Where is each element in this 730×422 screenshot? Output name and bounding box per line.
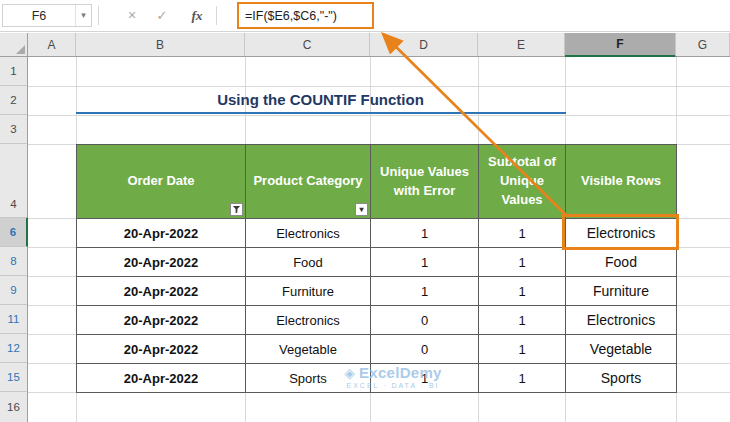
- cell-c11[interactable]: Electronics: [246, 306, 371, 335]
- row-header-16[interactable]: 16: [0, 392, 27, 422]
- table-header-unique-values[interactable]: Unique Values with Error: [371, 145, 479, 219]
- name-box-value: F6: [3, 9, 75, 23]
- name-box-dropdown-icon[interactable]: ▾: [75, 5, 91, 26]
- column-header-d[interactable]: D: [370, 33, 478, 56]
- cancel-icon[interactable]: ×: [119, 4, 145, 27]
- table-header-subtotal[interactable]: Subtotal of Unique Values: [479, 145, 566, 219]
- cell-e11[interactable]: 1: [479, 306, 566, 335]
- cell-f6[interactable]: Electronics: [566, 219, 677, 248]
- column-header-f[interactable]: F: [565, 33, 676, 57]
- column-header-a[interactable]: A: [28, 33, 76, 56]
- divider: [98, 6, 99, 25]
- title-underline: [76, 112, 566, 114]
- cell-d11[interactable]: 0: [371, 306, 479, 335]
- row-header-12[interactable]: 12: [0, 334, 27, 363]
- cell-f11[interactable]: Electronics: [566, 306, 677, 335]
- table-header-product-category[interactable]: Product Category ▾: [246, 145, 371, 219]
- row-header-2[interactable]: 2: [0, 86, 27, 115]
- header-label: Unique Values with Error: [377, 163, 472, 201]
- column-header-c[interactable]: C: [245, 33, 370, 56]
- dropdown-glyph: ▾: [359, 206, 363, 214]
- filter-applied-icon[interactable]: [230, 203, 243, 216]
- cell-f9[interactable]: Furniture: [566, 277, 677, 306]
- cell-c9[interactable]: Furniture: [246, 277, 371, 306]
- gridline: [28, 115, 730, 116]
- cell-e12[interactable]: 1: [479, 335, 566, 364]
- row-header-1[interactable]: 1: [0, 57, 27, 86]
- row-header-6[interactable]: 6: [0, 218, 28, 247]
- funnel-icon: [232, 205, 241, 214]
- enter-icon[interactable]: ✓: [149, 4, 175, 27]
- filter-dropdown-icon[interactable]: ▾: [355, 203, 368, 216]
- select-all-icon: [16, 45, 25, 54]
- header-label: Order Date: [127, 172, 194, 191]
- cell-c15[interactable]: Sports: [246, 364, 371, 393]
- row-header-strip: 1 2 3 4 6 8 9 11 12 15 16: [0, 57, 28, 422]
- insert-function-icon[interactable]: fx: [182, 4, 212, 27]
- cell-b9[interactable]: 20-Apr-2022: [77, 277, 246, 306]
- cell-b6[interactable]: 20-Apr-2022: [77, 219, 246, 248]
- row-header-4[interactable]: 4: [0, 144, 27, 218]
- cell-d6[interactable]: 1: [371, 219, 479, 248]
- table-header-visible-rows[interactable]: Visible Rows: [566, 145, 677, 219]
- cell-d12[interactable]: 0: [371, 335, 479, 364]
- column-header-strip: A B C D E F G: [0, 33, 730, 57]
- row-header-3[interactable]: 3: [0, 115, 27, 144]
- header-label: Product Category: [253, 172, 362, 191]
- cell-c8[interactable]: Food: [246, 248, 371, 277]
- cell-b11[interactable]: 20-Apr-2022: [77, 306, 246, 335]
- cell-e6[interactable]: 1: [479, 219, 566, 248]
- cell-d15[interactable]: 1: [371, 364, 479, 393]
- name-box[interactable]: F6 ▾: [2, 4, 92, 27]
- column-header-b[interactable]: B: [76, 33, 245, 56]
- row-header-8[interactable]: 8: [0, 247, 27, 276]
- formula-bar: F6 ▾ × ✓ fx =IF($E6,$C6,"-"): [0, 0, 730, 32]
- cell-b12[interactable]: 20-Apr-2022: [77, 335, 246, 364]
- formula-highlight-box: =IF($E6,$C6,"-"): [237, 2, 374, 29]
- excel-window: F6 ▾ × ✓ fx =IF($E6,$C6,"-") A B C D E F…: [0, 0, 730, 422]
- cell-e9[interactable]: 1: [479, 277, 566, 306]
- table-header-order-date[interactable]: Order Date: [77, 145, 246, 219]
- cell-b15[interactable]: 20-Apr-2022: [77, 364, 246, 393]
- column-header-g[interactable]: G: [676, 33, 730, 56]
- row-header-11[interactable]: 11: [0, 305, 27, 334]
- cell-d9[interactable]: 1: [371, 277, 479, 306]
- data-table: Order Date Product Category ▾ Unique Val…: [76, 144, 677, 393]
- cell-b8[interactable]: 20-Apr-2022: [77, 248, 246, 277]
- select-all-button[interactable]: [0, 33, 28, 56]
- cell-f8[interactable]: Food: [566, 248, 677, 277]
- cell-c6[interactable]: Electronics: [246, 219, 371, 248]
- cell-c12[interactable]: Vegetable: [246, 335, 371, 364]
- row-header-9[interactable]: 9: [0, 276, 27, 305]
- cell-f15[interactable]: Sports: [566, 364, 677, 393]
- formula-text: =IF($E6,$C6,"-"): [245, 9, 337, 23]
- row-header-15[interactable]: 15: [0, 363, 27, 392]
- header-label: Subtotal of Unique Values: [485, 153, 559, 210]
- sheet-title[interactable]: Using the COUNTIF Function: [76, 86, 565, 112]
- header-label: Visible Rows: [581, 172, 661, 191]
- column-header-e[interactable]: E: [478, 33, 565, 56]
- divider: [216, 6, 217, 25]
- cell-f12[interactable]: Vegetable: [566, 335, 677, 364]
- cell-e15[interactable]: 1: [479, 364, 566, 393]
- cell-e8[interactable]: 1: [479, 248, 566, 277]
- cell-d8[interactable]: 1: [371, 248, 479, 277]
